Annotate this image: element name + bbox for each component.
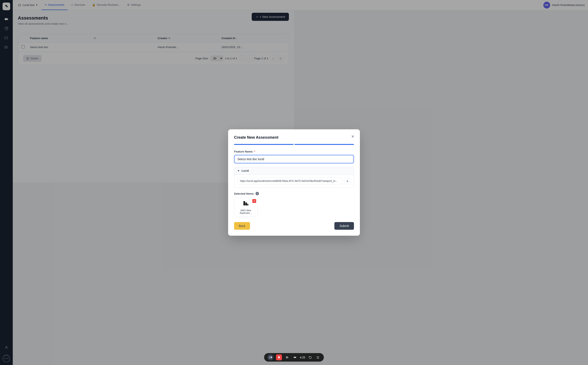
lucid-section-body: ＋ bbox=[234, 175, 294, 182]
lucid-section-title: Lucid bbox=[242, 169, 249, 172]
feature-name-label: Feature Name: * bbox=[234, 150, 294, 153]
required-indicator: * bbox=[254, 150, 255, 153]
create-assessment-modal: Create New Assessment ✕ Feature Name: * … bbox=[228, 129, 294, 182]
feature-name-input[interactable] bbox=[234, 155, 294, 163]
progress-step-1 bbox=[234, 144, 294, 145]
lucid-section: ▼ Lucid ＋ bbox=[234, 167, 294, 182]
url-input-row: ＋ bbox=[237, 178, 294, 182]
lucid-url-input[interactable] bbox=[237, 178, 294, 182]
modal-overlay: Create New Assessment ✕ Feature Name: * … bbox=[0, 0, 294, 182]
lucid-section-header: ▼ Lucid bbox=[234, 167, 294, 175]
chevron-down-icon: ▼ bbox=[237, 169, 240, 172]
modal-title: Create New Assessment bbox=[234, 135, 294, 140]
modal-progress-bar bbox=[234, 144, 294, 145]
